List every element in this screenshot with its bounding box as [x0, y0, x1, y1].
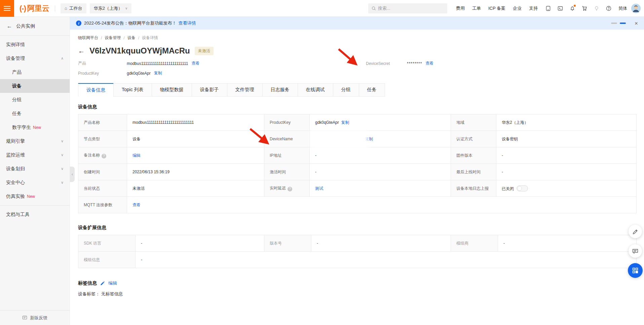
sidebar-item-rules-engine[interactable]: 规则引擎 ∨ [0, 134, 70, 148]
cell-label: 当前状态 [78, 180, 127, 197]
tab-file-management[interactable]: 文件管理 [227, 83, 263, 97]
table-row: 当前状态 未激活 实时延迟? 测试 设备本地日志上报 已关闭 [78, 180, 637, 197]
cell-value: - [136, 252, 637, 268]
sidebar-item-tasks[interactable]: 任务 [0, 107, 70, 120]
notification-bell-icon[interactable] [569, 5, 575, 11]
pencil-icon[interactable] [100, 281, 105, 286]
breadcrumb-device-management[interactable]: 设备管理 [105, 35, 121, 41]
extended-info-section-title: 设备扩展信息 [78, 225, 637, 231]
main-content: 物联网平台/ 设备管理/ 设备/ 设备详情 ← V6lzVN1kquuOYWjM… [70, 30, 644, 325]
tab-tasks[interactable]: 任务 [359, 83, 385, 97]
product-view-link[interactable]: 查看 [191, 61, 199, 66]
nav-billing[interactable]: 费用 [456, 5, 465, 11]
global-search[interactable] [368, 3, 447, 13]
chevron-down-icon: ∨ [61, 180, 64, 185]
workspace-label: 工作台 [69, 5, 82, 11]
tag-edit-link[interactable]: 编辑 [108, 280, 117, 286]
announcement-bar: i 2022-05-24发布公告：物联网平台新功能发布！ 查看详情 × [70, 17, 644, 30]
chevron-down-icon: ∨ [61, 139, 64, 143]
cart-icon[interactable] [581, 5, 588, 11]
cell-label: 地域 [451, 114, 496, 131]
breadcrumb-devices[interactable]: 设备 [127, 35, 136, 41]
table-row: 节点类型 设备 DeviceName 复制 认证方式 设备密钥 [78, 131, 637, 147]
comment-icon [632, 248, 638, 254]
feedback-button[interactable]: 新版反馈 [0, 310, 70, 325]
terminal-icon[interactable] [557, 5, 563, 11]
hamburger-menu-icon[interactable] [0, 0, 14, 17]
productkey-copy-link[interactable]: 复制 [154, 70, 162, 76]
tab-tsl-data[interactable]: 物模型数据 [152, 83, 192, 97]
floating-edit-button[interactable] [629, 225, 642, 238]
logo-text: 阿里云 [27, 3, 49, 13]
region-selector[interactable]: 华东2（上海） ∨ [90, 3, 132, 13]
sidebar-collapse-handle[interactable]: ‹ [70, 167, 75, 182]
mqtt-params-view-link[interactable]: 查看 [132, 203, 141, 207]
tab-topic-list[interactable]: Topic 列表 [113, 83, 152, 97]
nav-ticket[interactable]: 工单 [472, 5, 481, 11]
sidebar-item-security-center[interactable]: 安全中心 ∨ [0, 176, 70, 189]
device-info-section-title: 设备信息 [78, 104, 637, 110]
cell-value: 2022/06/13 15:36:19 [127, 164, 264, 180]
tab-device-shadow[interactable]: 设备影子 [192, 83, 227, 97]
local-log-toggle[interactable] [517, 185, 528, 191]
workspace-button[interactable]: ⌂ 工作台 [61, 3, 86, 13]
sidebar-item-simulation[interactable]: 仿真实验 New [0, 189, 70, 203]
top-bar: (-) 阿里云 ⌂ 工作台 华东2（上海） ∨ 费用 工单 ICP 备案 企业 … [0, 0, 644, 17]
tab-device-info[interactable]: 设备信息 [78, 83, 114, 97]
product-label: 产品 [78, 61, 127, 66]
cell-value: 测试 [310, 180, 451, 197]
floating-feedback-button[interactable] [629, 244, 642, 258]
close-icon[interactable]: × [635, 21, 638, 26]
back-arrow-icon[interactable]: ← [78, 47, 85, 55]
tab-log-service[interactable]: 日志服务 [262, 83, 298, 97]
devicesecret-view-link[interactable]: 查看 [425, 61, 433, 66]
sidebar-item-instance-detail[interactable]: 实例详情 [0, 38, 70, 51]
sidebar-item-groups[interactable]: 分组 [0, 93, 70, 107]
cell-label: 模组商 [451, 235, 498, 252]
carousel-dash-inactive[interactable] [611, 23, 617, 24]
productkey-copy-link[interactable]: 复制 [341, 120, 349, 125]
cell-label: 实时延迟? [264, 180, 310, 197]
remark-edit-link[interactable]: 编辑 [132, 153, 141, 158]
header-nav: 费用 工单 ICP 备案 企业 支持 [456, 5, 538, 11]
cell-value: 查看 [127, 197, 637, 213]
sidebar-item-device-management[interactable]: 设备管理 ∧ [0, 51, 70, 65]
latency-test-link[interactable]: 测试 [315, 186, 323, 191]
app-icon[interactable] [545, 5, 551, 11]
cell-label: IP地址 [264, 147, 310, 164]
locale-switch[interactable]: 简体 [618, 5, 627, 11]
search-input[interactable] [378, 6, 444, 11]
nav-enterprise[interactable]: 企业 [513, 5, 522, 11]
sidebar-item-digital-twin[interactable]: 数字孪生 New [0, 120, 70, 134]
sidebar-item-device-assignment[interactable]: 设备划归 ∨ [0, 162, 70, 176]
sidebar-item-devices[interactable]: 设备 [0, 79, 70, 93]
tag-label: 设备标签： [78, 291, 100, 296]
lightbulb-icon[interactable] [594, 5, 600, 11]
help-icon[interactable]: ? [288, 187, 292, 191]
table-row: 备注名称? 编辑 IP地址 - 固件版本 - [78, 147, 637, 164]
nav-icp[interactable]: ICP 备案 [488, 5, 505, 11]
carousel-dash-active[interactable] [620, 23, 626, 24]
sidebar-item-docs-tools[interactable]: 文档与工具 [0, 208, 70, 221]
tab-bar: 设备信息 Topic 列表 物模型数据 设备影子 文件管理 日志服务 在线调试 … [78, 83, 637, 97]
help-icon[interactable]: ? [102, 154, 106, 158]
breadcrumb-iot-platform[interactable]: 物联网平台 [78, 35, 98, 41]
sidebar-item-monitoring[interactable]: 监控运维 ∨ [0, 148, 70, 162]
aliyun-logo[interactable]: (-) 阿里云 [20, 3, 49, 13]
tab-online-debug[interactable]: 在线调试 [298, 83, 333, 97]
back-arrow-icon[interactable]: ← [7, 23, 12, 29]
devicesecret-value: ******** [407, 61, 422, 66]
extended-info-table: SDK 语言 - 版本号 - 模组商 - 模组信息 - [78, 235, 637, 268]
help-icon[interactable] [606, 5, 612, 11]
tab-groups[interactable]: 分组 [333, 83, 359, 97]
table-row: SDK 语言 - 版本号 - 模组商 - [78, 235, 637, 252]
sidebar-item-products[interactable]: 产品 [0, 65, 70, 79]
device-info-table: 产品名称 modbus111111111111111111111111 Prod… [78, 114, 637, 213]
feedback-icon [22, 315, 27, 320]
pencil-icon [633, 229, 638, 234]
announcement-link[interactable]: 查看详情 [179, 20, 196, 26]
cell-value: 设备密钥 [496, 131, 637, 147]
user-avatar[interactable] [631, 4, 641, 13]
floating-apps-button[interactable] [628, 263, 643, 278]
nav-support[interactable]: 支持 [529, 5, 538, 11]
